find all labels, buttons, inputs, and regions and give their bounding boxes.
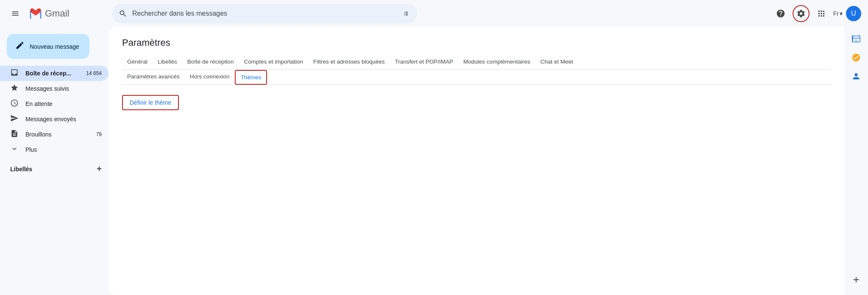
search-icon xyxy=(119,9,127,18)
inbox-label: Boîte de récep... xyxy=(25,70,71,77)
search-bar[interactable] xyxy=(112,4,417,23)
header-left: Gmail xyxy=(7,5,108,22)
tab-labels[interactable]: Libellés xyxy=(153,55,182,70)
inbox-icon xyxy=(10,68,19,79)
tab-general[interactable]: Général xyxy=(122,55,153,70)
settings-tabs-row2: Paramètres avancés Hors connexion Thèmes xyxy=(122,70,831,85)
sidebar-item-sent[interactable]: Messages envoyés xyxy=(0,111,108,127)
snoozed-icon xyxy=(10,99,19,109)
menu-icon[interactable] xyxy=(7,5,24,22)
tab-advanced[interactable]: Paramètres avancés xyxy=(122,70,185,84)
sidebar: Nouveau message Boîte de récep... 14 654… xyxy=(0,27,108,295)
svg-rect-3 xyxy=(852,38,860,38)
pencil-icon xyxy=(15,41,25,52)
tab-chat[interactable]: Chat et Meet xyxy=(535,55,578,70)
tab-forwarding[interactable]: Transfert et POP/IMAP xyxy=(390,55,459,70)
more-icon xyxy=(10,145,19,155)
starred-icon xyxy=(10,83,19,94)
new-message-button[interactable]: Nouveau message xyxy=(7,34,89,59)
sidebar-item-more[interactable]: Plus xyxy=(0,142,108,157)
settings-header: Paramètres Général Libellés Boîte de réc… xyxy=(108,27,844,85)
add-label-icon[interactable]: + xyxy=(97,164,102,174)
right-contacts-icon[interactable] xyxy=(848,68,865,85)
inbox-badge: 14 654 xyxy=(86,70,102,76)
snoozed-label: En attente xyxy=(25,100,53,107)
sent-label: Messages envoyés xyxy=(25,116,76,122)
sidebar-item-starred[interactable]: Messages suivis xyxy=(0,81,108,96)
tab-accounts[interactable]: Comptes et importation xyxy=(239,55,308,70)
tab-filters[interactable]: Filtres et adresses bloquées xyxy=(308,55,390,70)
search-input[interactable] xyxy=(132,10,397,17)
settings-button[interactable] xyxy=(793,5,810,22)
sidebar-item-snoozed[interactable]: En attente xyxy=(0,96,108,111)
search-options-icon[interactable] xyxy=(402,9,410,18)
right-tasks-icon[interactable] xyxy=(848,49,865,66)
settings-title: Paramètres xyxy=(122,37,831,48)
settings-tabs-row1: Général Libellés Boîte de réception Comp… xyxy=(122,55,831,70)
tab-themes[interactable]: Thèmes xyxy=(235,70,267,85)
new-message-label: Nouveau message xyxy=(30,43,79,50)
sent-icon xyxy=(10,114,19,125)
tab-addons[interactable]: Modules complémentaires xyxy=(458,55,535,70)
labels-title: Libellés xyxy=(10,166,32,173)
sidebar-item-inbox[interactable]: Boîte de récep... 14 654 xyxy=(0,66,108,81)
gmail-text: Gmail xyxy=(45,8,69,19)
svg-text:31: 31 xyxy=(854,39,858,42)
avatar[interactable]: U xyxy=(846,6,861,21)
drafts-icon xyxy=(10,129,19,140)
sidebar-item-drafts[interactable]: Brouillons 79 xyxy=(0,127,108,142)
more-label: Plus xyxy=(25,146,37,153)
drafts-label: Brouillons xyxy=(25,131,51,138)
gmail-logo: Gmail xyxy=(28,6,69,21)
right-calendar-icon[interactable]: 31 xyxy=(848,31,865,47)
labels-section: Libellés + xyxy=(0,157,108,177)
header: Gmail Fr ▾ U xyxy=(0,0,868,27)
body-layout: Nouveau message Boîte de récep... 14 654… xyxy=(0,27,868,295)
header-right: Fr ▾ U xyxy=(772,5,861,22)
right-sidebar: 31 xyxy=(844,27,868,295)
right-add-icon[interactable] xyxy=(848,271,865,288)
main-content: Paramètres Général Libellés Boîte de réc… xyxy=(108,27,844,295)
language-selector[interactable]: Fr ▾ xyxy=(833,10,843,17)
starred-label: Messages suivis xyxy=(25,85,69,92)
define-theme-button[interactable]: Définir le thème xyxy=(122,95,179,110)
tab-offline[interactable]: Hors connexion xyxy=(185,70,235,84)
apps-button[interactable] xyxy=(813,5,830,22)
tab-inbox[interactable]: Boîte de réception xyxy=(182,55,239,70)
settings-body: Définir le thème xyxy=(108,85,844,120)
help-button[interactable] xyxy=(772,5,789,22)
drafts-badge: 79 xyxy=(96,131,102,137)
